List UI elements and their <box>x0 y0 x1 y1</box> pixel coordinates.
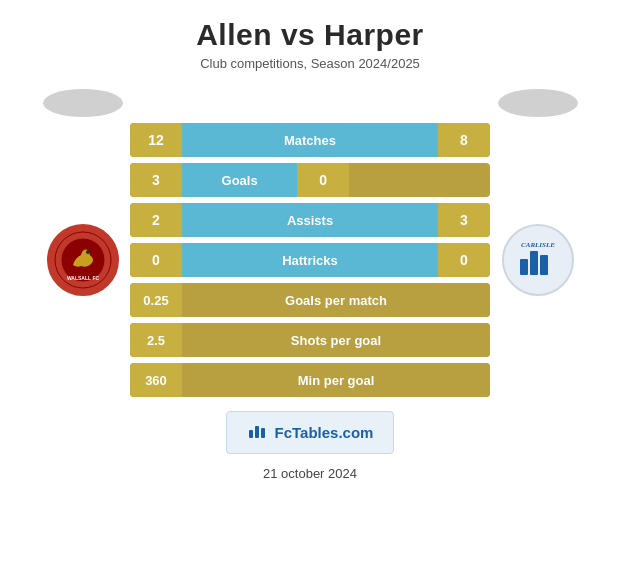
stat-right-hattricks: 0 <box>438 243 490 277</box>
stat-left-goals: 3 <box>130 163 182 197</box>
main-content-row: WALSALL FC 12 Matches 8 3 Goals 0 2 Assi… <box>20 123 600 397</box>
svg-rect-9 <box>249 430 253 438</box>
svg-point-2 <box>86 250 90 254</box>
svg-rect-11 <box>261 428 265 438</box>
stat-label-matches: Matches <box>182 123 438 157</box>
left-team-logo: WALSALL FC <box>35 224 130 296</box>
stat-label-goals-per-match: Goals per match <box>182 283 490 317</box>
carlisle-text: CARLISLE <box>508 231 568 289</box>
svg-text:WALSALL FC: WALSALL FC <box>66 275 99 281</box>
right-team-logo: CARLISLE <box>490 224 585 296</box>
stat-left-shots-per-goal: 2.5 <box>130 323 182 357</box>
svg-rect-6 <box>530 251 538 275</box>
stat-left-min-per-goal: 360 <box>130 363 182 397</box>
walsall-badge: WALSALL FC <box>47 224 119 296</box>
fctables-label: FcTables.com <box>275 424 374 441</box>
stat-row-matches: 12 Matches 8 <box>130 123 490 157</box>
stat-right-goals: 0 <box>297 163 349 197</box>
stat-left-assists: 2 <box>130 203 182 237</box>
stat-label-goals: Goals <box>182 163 297 197</box>
stat-left-matches: 12 <box>130 123 182 157</box>
stat-label-min-per-goal: Min per goal <box>182 363 490 397</box>
svg-text:CARLISLE: CARLISLE <box>521 241 555 249</box>
walsall-svg: WALSALL FC <box>53 230 113 290</box>
stats-block: 12 Matches 8 3 Goals 0 2 Assists 3 0 Hat… <box>130 123 490 397</box>
match-subtitle: Club competitions, Season 2024/2025 <box>200 56 420 71</box>
stat-row-shots-per-goal: 2.5 Shots per goal <box>130 323 490 357</box>
top-right-ellipse-container <box>490 89 585 117</box>
stat-row-hattricks: 0 Hattricks 0 <box>130 243 490 277</box>
top-right-ellipse <box>498 89 578 117</box>
carlisle-badge: CARLISLE <box>502 224 574 296</box>
fctables-icon <box>247 420 267 445</box>
stat-label-assists: Assists <box>182 203 438 237</box>
svg-rect-10 <box>255 426 259 438</box>
svg-rect-5 <box>520 259 528 275</box>
chart-icon <box>247 420 267 440</box>
stat-right-assists: 3 <box>438 203 490 237</box>
svg-rect-7 <box>540 255 548 275</box>
page: Allen vs Harper Club competitions, Seaso… <box>0 0 620 580</box>
stat-left-hattricks: 0 <box>130 243 182 277</box>
top-left-ellipse <box>43 89 123 117</box>
stat-right-matches: 8 <box>438 123 490 157</box>
stat-label-hattricks: Hattricks <box>182 243 438 277</box>
stat-row-min-per-goal: 360 Min per goal <box>130 363 490 397</box>
stat-left-goals-per-match: 0.25 <box>130 283 182 317</box>
stat-label-shots-per-goal: Shots per goal <box>182 323 490 357</box>
footer-date: 21 october 2024 <box>263 466 357 481</box>
logo-banner: FcTables.com <box>226 411 395 454</box>
stat-row-goals-per-match: 0.25 Goals per match <box>130 283 490 317</box>
stat-row-assists: 2 Assists 3 <box>130 203 490 237</box>
carlisle-svg: CARLISLE <box>508 231 568 286</box>
stat-row-goals: 3 Goals 0 <box>130 163 490 197</box>
match-title: Allen vs Harper <box>196 18 424 52</box>
top-left-ellipse-container <box>35 89 130 117</box>
top-ellipses-row <box>20 89 600 117</box>
